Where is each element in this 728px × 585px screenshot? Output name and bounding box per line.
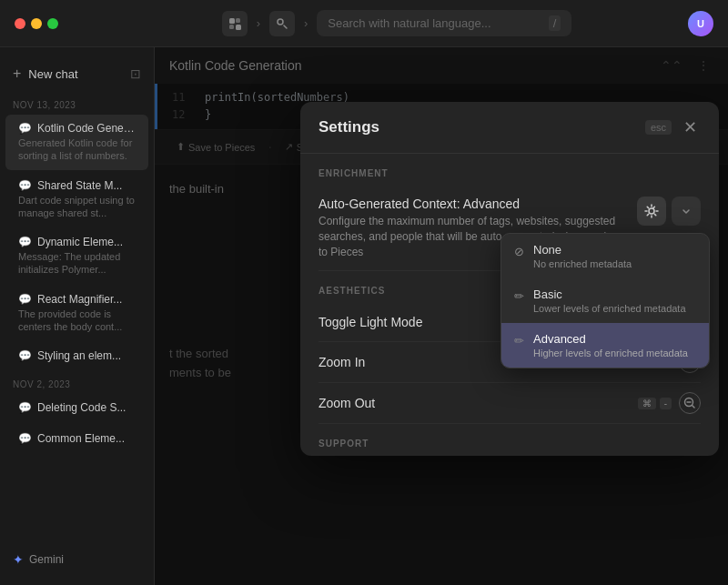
advanced-desc: Higher levels of enriched metadata bbox=[533, 348, 688, 358]
settings-row-zoom-out: Zoom Out ⌘ - bbox=[318, 383, 701, 424]
sidebar-item-title-3: Dynamic Eleme... bbox=[37, 236, 123, 248]
enrichment-section-label: ENRICHMENT bbox=[318, 154, 701, 186]
sidebar-item-title-4: React Magnifier... bbox=[37, 293, 122, 306]
settings-dialog: Settings esc ✕ ENRICHMENT Auto-Generated… bbox=[300, 102, 719, 456]
basic-icon: ✏ bbox=[514, 289, 524, 303]
minus-key: - bbox=[660, 398, 672, 409]
sidebar-item-preview-2: Dart code snippet using to manage shared… bbox=[18, 194, 136, 220]
sidebar-item-title-5: Styling an elem... bbox=[37, 349, 121, 362]
settings-body: ENRICHMENT Auto-Generated Context: Advan… bbox=[300, 154, 719, 456]
divider-icon2: › bbox=[304, 16, 308, 30]
search-shortcut: / bbox=[549, 15, 561, 31]
advanced-icon: ✏ bbox=[514, 334, 524, 348]
search-placeholder: Search with natural language... bbox=[328, 16, 490, 30]
sidebar-date-2: NOV 2, 2023 bbox=[0, 372, 154, 393]
pieces-icon bbox=[222, 11, 248, 36]
sidebar-gemini[interactable]: ✦ Gemini bbox=[0, 545, 154, 574]
avatar[interactable]: U bbox=[688, 11, 713, 36]
settings-header: Settings esc ✕ bbox=[300, 102, 719, 154]
dropdown-basic[interactable]: ✏ Basic Lower levels of enriched metadat… bbox=[501, 278, 709, 323]
main-layout: + New chat ⊡ NOV 13, 2023 💬 Kotlin Code … bbox=[0, 47, 728, 585]
settings-close-button[interactable]: ✕ bbox=[679, 116, 701, 138]
sidebar-item-title-7: Common Eleme... bbox=[37, 432, 125, 445]
chat-icon-6: 💬 bbox=[18, 401, 32, 414]
toggle-light-title: Toggle Light Mode bbox=[318, 315, 422, 329]
settings-row-enrichment: Auto-Generated Context: Advanced Configu… bbox=[318, 186, 701, 271]
advanced-title: Advanced bbox=[533, 332, 688, 346]
chat-icon: 💬 bbox=[18, 122, 32, 135]
basic-desc: Lower levels of enriched metadata bbox=[533, 303, 686, 314]
gemini-label: Gemini bbox=[29, 553, 64, 566]
zoom-out-icon[interactable] bbox=[679, 392, 701, 414]
sidebar-item-react[interactable]: 💬 React Magnifier... The provided code i… bbox=[5, 286, 148, 341]
compose-icon: ⊡ bbox=[130, 66, 141, 81]
sidebar-item-deleting[interactable]: 💬 Deleting Code S... bbox=[5, 394, 148, 423]
enrichment-control: ⊘ None No enriched metadata ✏ Basic bbox=[637, 197, 701, 226]
svg-rect-2 bbox=[229, 25, 234, 29]
svg-rect-3 bbox=[236, 25, 241, 30]
minimize-button[interactable] bbox=[31, 18, 42, 29]
chat-icon-5: 💬 bbox=[18, 349, 32, 362]
basic-title: Basic bbox=[533, 287, 686, 301]
none-desc: No enriched metadata bbox=[533, 258, 632, 269]
sidebar-item-preview: Generated Kotlin code for sorting a list… bbox=[18, 136, 136, 163]
gemini-icon: ✦ bbox=[13, 552, 24, 567]
titlebar-center: › › Search with natural language... / bbox=[116, 10, 677, 36]
svg-point-5 bbox=[649, 208, 654, 214]
titlebar: › › Search with natural language... / U bbox=[0, 0, 728, 47]
dropdown-none[interactable]: ⊘ None No enriched metadata bbox=[501, 234, 709, 278]
chat-icon-3: 💬 bbox=[18, 236, 32, 248]
zoom-out-shortcuts: ⌘ - bbox=[638, 398, 672, 409]
enrichment-dropdown: ⊘ None No enriched metadata ✏ Basic bbox=[500, 233, 710, 368]
none-icon: ⊘ bbox=[514, 245, 524, 258]
plus-icon: + bbox=[13, 66, 21, 82]
search-bar[interactable]: Search with natural language... / bbox=[317, 10, 571, 36]
sidebar: + New chat ⊡ NOV 13, 2023 💬 Kotlin Code … bbox=[0, 47, 155, 585]
maximize-button[interactable] bbox=[47, 18, 58, 29]
divider-icon: › bbox=[257, 16, 260, 30]
dropdown-advanced-content: Advanced Higher levels of enriched metad… bbox=[533, 332, 688, 358]
content-area: Kotlin Code Generation ⌃⌃ ⋮ 11 printIn(s… bbox=[155, 47, 728, 585]
chat-icon-4: 💬 bbox=[18, 293, 32, 306]
enrichment-title: Auto-Generated Context: Advanced bbox=[318, 197, 626, 211]
sidebar-item-shared-state[interactable]: 💬 Shared State M... Dart code snippet us… bbox=[5, 172, 148, 227]
cmd-key-2: ⌘ bbox=[638, 398, 656, 409]
dropdown-none-content: None No enriched metadata bbox=[533, 243, 632, 269]
nav-icon bbox=[269, 11, 295, 36]
chat-icon-2: 💬 bbox=[18, 179, 32, 192]
sidebar-item-preview-4: The provided code is centers the body co… bbox=[18, 308, 136, 334]
sidebar-item-title: Kotlin Code Generat... bbox=[37, 122, 136, 135]
none-title: None bbox=[533, 243, 632, 257]
settings-title: Settings bbox=[318, 118, 645, 136]
sidebar-item-dynamic[interactable]: 💬 Dynamic Eleme... Message: The updated … bbox=[5, 228, 148, 284]
svg-point-4 bbox=[278, 19, 283, 25]
sidebar-item-title-6: Deleting Code S... bbox=[37, 401, 126, 414]
dropdown-advanced[interactable]: ✏ Advanced Higher levels of enriched met… bbox=[501, 323, 709, 368]
sidebar-date-1: NOV 13, 2023 bbox=[0, 93, 154, 114]
zoom-out-label: Zoom Out bbox=[318, 396, 638, 410]
sidebar-item-kotlin[interactable]: 💬 Kotlin Code Generat... Generated Kotli… bbox=[5, 115, 148, 170]
svg-rect-1 bbox=[236, 18, 240, 23]
sidebar-item-title-2: Shared State M... bbox=[37, 179, 122, 192]
enrichment-settings-button[interactable] bbox=[637, 197, 666, 226]
svg-rect-0 bbox=[229, 18, 235, 24]
new-chat-button[interactable]: + New chat ⊡ bbox=[0, 58, 154, 89]
sidebar-item-preview-3: Message: The updated initializes Polymer… bbox=[18, 250, 136, 277]
traffic-lights bbox=[15, 18, 58, 29]
chevron-down-icon[interactable] bbox=[672, 197, 701, 226]
support-section-label: SUPPORT bbox=[318, 424, 701, 456]
settings-esc-label: esc bbox=[645, 120, 672, 135]
new-chat-label: New chat bbox=[28, 67, 77, 81]
chat-icon-7: 💬 bbox=[18, 432, 32, 445]
dropdown-basic-content: Basic Lower levels of enriched metadata bbox=[533, 287, 686, 314]
sidebar-item-common[interactable]: 💬 Common Eleme... bbox=[5, 425, 148, 454]
sidebar-item-styling[interactable]: 💬 Styling an elem... bbox=[5, 342, 148, 371]
close-button[interactable] bbox=[15, 18, 25, 29]
